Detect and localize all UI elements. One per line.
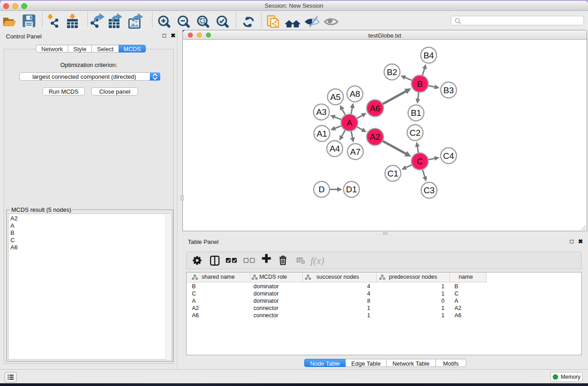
svg-text:A3: A3 — [316, 107, 326, 117]
svg-text:C2: C2 — [410, 128, 421, 138]
svg-text:A1: A1 — [316, 129, 327, 138]
svg-text:C4: C4 — [443, 151, 454, 161]
svg-text:B3: B3 — [443, 86, 454, 95]
svg-text:B: B — [417, 79, 423, 89]
svg-text:f(x): f(x) — [311, 255, 325, 266]
svg-text:D: D — [319, 185, 325, 194]
svg-text:B2: B2 — [387, 67, 397, 77]
svg-text:A4: A4 — [330, 144, 340, 153]
svg-text:D1: D1 — [346, 185, 357, 194]
svg-text:B1: B1 — [411, 108, 421, 118]
svg-text:C1: C1 — [387, 169, 398, 178]
svg-text:A2: A2 — [370, 132, 380, 142]
svg-text:B4: B4 — [423, 51, 434, 60]
svg-text:A7: A7 — [350, 147, 360, 157]
svg-text:A5: A5 — [330, 92, 340, 102]
svg-text:C3: C3 — [424, 186, 435, 195]
svg-text:C: C — [417, 157, 423, 166]
svg-text:A8: A8 — [349, 89, 360, 99]
svg-text:A6: A6 — [370, 104, 380, 113]
svg-text:A: A — [347, 118, 353, 128]
